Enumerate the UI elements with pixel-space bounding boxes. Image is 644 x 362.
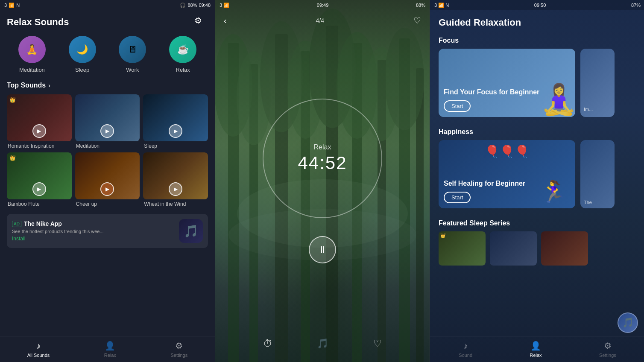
happiness-start-button[interactable]: Start xyxy=(444,192,471,203)
signal-panel2: 3 📶 xyxy=(220,3,229,8)
floating-avatar[interactable]: 🎵 xyxy=(618,312,638,333)
focus-card-partial: Im... xyxy=(580,49,615,117)
status-right-panel1: 🎧 88% 09:48 xyxy=(180,3,211,8)
panel1-header: Relax Sounds ⚙ xyxy=(0,10,215,32)
sound-card-bamboo[interactable]: 👑 ▶ Bamboo Flute xyxy=(7,152,72,207)
focus-cards-row: 🧘‍♀️ Find Your Focus for Beginner Start … xyxy=(439,49,636,117)
ad-thumbnail: 🎵 xyxy=(179,219,203,243)
timer-icon[interactable]: ⏱ xyxy=(263,338,272,349)
sleep-label: Sleep xyxy=(75,67,89,73)
meditation-circle: 🧘 xyxy=(18,36,46,63)
play-btn-wheat[interactable]: ▶ xyxy=(169,182,182,196)
person-icon: 👤 xyxy=(105,341,115,351)
category-sleep[interactable]: 🌙 Sleep xyxy=(69,36,96,73)
happiness-cards-row: 🎈🎈🎈 🏃‍♀️ Self Healing for Beginner Start… xyxy=(439,140,636,208)
happiness-section: Happiness 🎈🎈🎈 🏃‍♀️ Self Healing for Begi… xyxy=(430,125,644,210)
balloons-decoration: 🎈🎈🎈 xyxy=(485,144,530,158)
happiness-partial-text: The xyxy=(584,200,592,205)
p3-nav-relax[interactable]: 👤 Relax xyxy=(530,341,542,358)
status-left-panel1: 3 📶 N xyxy=(4,3,20,8)
sound-thumb-bamboo: 👑 ▶ xyxy=(7,152,72,199)
panel-guided-relaxation: 3 📶 N 09:50 87% Guided Relaxation Focus … xyxy=(430,0,644,362)
nav-all-sounds[interactable]: ♪ All Sounds xyxy=(27,341,50,358)
time-panel3: 09:50 xyxy=(534,3,546,8)
bottom-nav-panel1: ♪ All Sounds 👤 Relax ⚙ Settings xyxy=(0,336,215,362)
sound-card-wheat[interactable]: ▶ Wheat in the Wind xyxy=(143,152,208,207)
happiness-card-title: Self Healing for Beginner xyxy=(444,179,570,188)
category-relax[interactable]: ☕ Relax xyxy=(169,36,196,73)
bluetooth-icon: 🎧 xyxy=(180,3,186,8)
bottom-nav-panel3: ♪ Sound 👤 Relax ⚙ Settings xyxy=(430,336,644,362)
focus-card-title: Find Your Focus for Beginner xyxy=(444,88,570,97)
app-title: Relax Sounds xyxy=(7,17,69,28)
player-bottom-controls: ⏱ 🎵 ♡ xyxy=(215,338,430,349)
signal-panel3: 3 📶 N xyxy=(434,3,449,8)
focus-title: Focus xyxy=(439,37,636,44)
play-btn-sleep[interactable]: ▶ xyxy=(169,124,182,138)
timer-circle: Relax 44:52 xyxy=(263,99,382,218)
featured-card-2[interactable] xyxy=(490,231,537,266)
sound-card-cheer[interactable]: ▶ Cheer up xyxy=(75,152,140,207)
favorite-button[interactable]: ♡ xyxy=(413,15,421,26)
p3-relax-label: Relax xyxy=(530,353,542,358)
sound-thumb-romantic: 👑 ▶ xyxy=(7,94,72,141)
sound-card-meditation[interactable]: ▶ Meditation xyxy=(75,94,140,149)
happiness-beginner-card[interactable]: 🎈🎈🎈 🏃‍♀️ Self Healing for Beginner Start xyxy=(439,140,575,208)
sounds-grid: 👑 ▶ Romantic Inspiration ▶ Meditation ▶ … xyxy=(0,94,215,207)
battery-panel2: 88% xyxy=(416,3,425,8)
guided-relaxation-title: Guided Relaxation xyxy=(439,17,521,28)
nav-settings-label: Settings xyxy=(170,353,187,358)
p3-nav-sound[interactable]: ♪ Sound xyxy=(459,341,472,358)
top-sounds-header[interactable]: Top Sounds › xyxy=(0,80,215,94)
back-button[interactable]: ‹ xyxy=(224,16,227,26)
meditation-label: Meditation xyxy=(19,67,45,73)
settings-icon[interactable]: ⚙ xyxy=(194,15,208,29)
ad-badge: AD xyxy=(12,221,21,227)
ad-banner: AD The Nike App See the hottest products… xyxy=(7,214,208,248)
pause-button[interactable]: ⏸ xyxy=(309,236,336,263)
focus-beginner-card[interactable]: 🧘‍♀️ Find Your Focus for Beginner Start xyxy=(439,49,575,117)
play-btn-cheer[interactable]: ▶ xyxy=(100,182,114,196)
top-sounds-title: Top Sounds xyxy=(7,82,46,89)
sound-name-wheat: Wheat in the Wind xyxy=(143,201,208,207)
sound-thumb-sleep: ▶ xyxy=(143,94,208,141)
focus-section: Focus 🧘‍♀️ Find Your Focus for Beginner … xyxy=(430,33,644,119)
status-bar-panel2: 3 📶 09:49 88% xyxy=(215,0,430,10)
play-btn-romantic[interactable]: ▶ xyxy=(32,124,46,138)
ad-install-button[interactable]: Install xyxy=(12,236,175,242)
focus-partial-text: Im... xyxy=(584,107,593,112)
timer-display: 44:52 xyxy=(298,153,347,173)
category-work[interactable]: 🖥 Work xyxy=(119,36,146,73)
heart-icon[interactable]: ♡ xyxy=(373,338,382,349)
sliders-icon: ⚙ xyxy=(175,341,183,351)
focus-start-button[interactable]: Start xyxy=(444,100,471,112)
ad-title: The Nike App xyxy=(24,220,62,227)
signal-icon: 3 xyxy=(4,3,7,8)
featured-card-3[interactable] xyxy=(541,231,588,266)
p3-nav-settings[interactable]: ⚙ Settings xyxy=(599,341,616,358)
player-header: ‹ 4/4 ♡ xyxy=(215,10,430,31)
nav-all-sounds-label: All Sounds xyxy=(27,353,50,358)
playlist-icon[interactable]: 🎵 xyxy=(317,338,328,349)
nav-settings[interactable]: ⚙ Settings xyxy=(170,341,187,358)
nav-relax[interactable]: 👤 Relax xyxy=(104,341,116,358)
panel-sounds-list: 3 📶 N 🎧 88% 09:48 Relax Sounds ⚙ 🧘 Medit… xyxy=(0,0,215,362)
sound-card-sleep[interactable]: ▶ Sleep xyxy=(143,94,208,149)
play-btn-meditation[interactable]: ▶ xyxy=(100,124,114,138)
work-label: Work xyxy=(126,67,139,73)
panel3-header: Guided Relaxation xyxy=(430,10,644,33)
ad-content: AD The Nike App See the hottest products… xyxy=(12,220,175,242)
play-btn-bamboo[interactable]: ▶ xyxy=(32,182,46,196)
n-icon: N xyxy=(16,3,20,8)
relax-circle: ☕ xyxy=(169,36,196,63)
featured-card-1[interactable]: 👑 xyxy=(439,231,486,266)
category-meditation[interactable]: 🧘 Meditation xyxy=(18,36,46,73)
battery-level-panel1: 88% xyxy=(187,3,197,8)
status-bar-panel1: 3 📶 N 🎧 88% 09:48 xyxy=(0,0,215,10)
wifi-icon: 📶 xyxy=(9,3,15,8)
crown-icon-bamboo: 👑 xyxy=(9,155,16,161)
p3-sound-icon: ♪ xyxy=(463,341,468,351)
ad-description: See the hottest products trending this w… xyxy=(12,229,175,234)
sound-card-romantic[interactable]: 👑 ▶ Romantic Inspiration xyxy=(7,94,72,149)
categories-row: 🧘 Meditation 🌙 Sleep 🖥 Work ☕ Relax xyxy=(0,32,215,80)
